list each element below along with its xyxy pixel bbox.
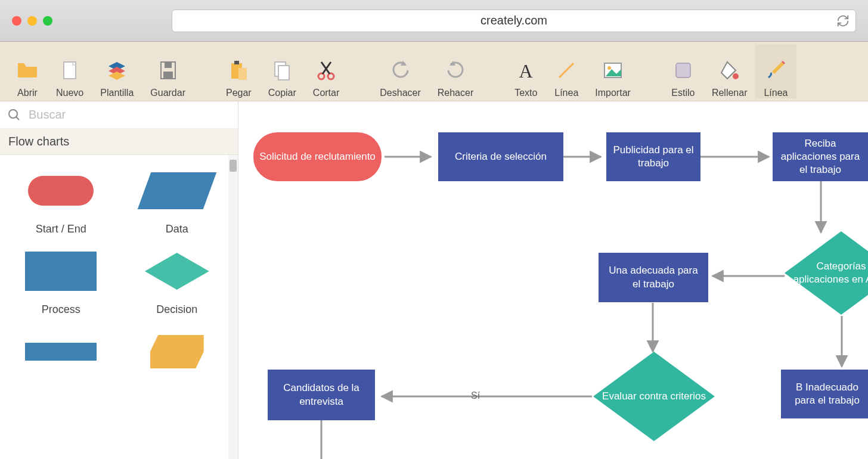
fill-icon (718, 55, 742, 85)
shape-label: Start / End (36, 223, 86, 235)
tool-label: Estilo (671, 88, 695, 98)
traffic-lights (12, 16, 52, 26)
tool-rehacer[interactable]: Rehacer (429, 45, 482, 98)
palette-shape-Decision[interactable]: Decision (122, 247, 232, 316)
tool-pegar[interactable]: Pegar (218, 45, 260, 98)
image-icon (601, 55, 625, 85)
tool-rellenar[interactable]: Rellenar (703, 45, 756, 98)
tool-estilo[interactable]: Estilo (663, 45, 703, 98)
reload-icon[interactable] (836, 14, 850, 27)
flow-node-n6[interactable]: Una adecuada para el trabajo (599, 253, 708, 302)
svg-rect-6 (238, 68, 247, 80)
search-icon (7, 108, 21, 122)
scroll-thumb[interactable] (230, 160, 237, 172)
close-window-icon[interactable] (12, 16, 21, 26)
flow-node-n2[interactable]: Criteria de selección (438, 132, 563, 181)
search-row (0, 101, 238, 129)
tool-cortar[interactable]: Cortar (305, 45, 348, 98)
tool-importar[interactable]: Importar (587, 45, 639, 98)
tool-label: Línea (554, 88, 578, 98)
svg-line-14 (559, 63, 574, 77)
copy-icon (270, 55, 294, 85)
tool-texto[interactable]: ATexto (506, 45, 546, 98)
sidebar: Flow charts Start / EndDataProcessDecisi… (0, 101, 238, 459)
flow-node-n1[interactable]: Solicitud de reclutamiento (253, 132, 382, 181)
svg-text:A: A (519, 60, 533, 82)
maximize-window-icon[interactable] (43, 16, 52, 26)
tool-nuevo[interactable]: Nuevo (48, 45, 92, 98)
tool-guardar[interactable]: Guardar (142, 45, 194, 98)
paste-icon (227, 55, 250, 85)
canvas[interactable]: Solicitud de reclutamientoCriteria de se… (238, 101, 868, 459)
tool-label: Rehacer (438, 88, 473, 98)
palette-shape-Data[interactable]: Data (122, 167, 232, 235)
svg-line-12 (321, 62, 330, 74)
tool-label: Abrir (17, 88, 38, 98)
stack-icon (105, 55, 129, 85)
tool-label: Cortar (313, 88, 339, 98)
tool-linea2[interactable]: Línea (755, 45, 796, 98)
svg-rect-17 (676, 63, 690, 77)
svg-point-9 (318, 73, 324, 79)
tool-label: Línea (764, 88, 788, 98)
svg-point-16 (607, 66, 611, 70)
svg-rect-5 (234, 61, 239, 64)
tool-label: Nuevo (56, 88, 83, 98)
palette-body: Start / EndDataProcessDecision (0, 155, 238, 459)
flow-node-n9[interactable]: B Inadecuado para el trabajo (781, 370, 868, 418)
flow-node-n3[interactable]: Publicidad para el trabajo (606, 132, 700, 181)
address-text: creately.com (480, 14, 547, 27)
flow-node-n8[interactable]: Candidatos de la entrevista (268, 370, 375, 420)
main-area: Flow charts Start / EndDataProcessDecisi… (0, 101, 868, 459)
cut-icon (314, 55, 338, 85)
shape-label: Process (42, 303, 80, 316)
tool-label: Importar (595, 88, 631, 98)
line-icon (554, 55, 578, 85)
address-bar[interactable]: creately.com (172, 10, 856, 32)
palette-shape-Process[interactable]: Process (6, 247, 116, 316)
style-icon (671, 55, 695, 85)
flow-node-n4[interactable]: Reciba aplicaciones para el trabajo (773, 132, 868, 181)
toolbar: AbrirNuevoPlantillaGuardarPegarCopiarCor… (0, 42, 868, 101)
flow-node-n7[interactable]: Evaluar contra criterios (593, 352, 715, 441)
folder-icon (16, 55, 39, 85)
file-icon (58, 55, 82, 85)
browser-chrome: creately.com (0, 0, 868, 42)
edge-label: Sí (471, 390, 480, 401)
svg-point-19 (9, 110, 17, 118)
svg-rect-8 (278, 66, 289, 80)
flow-node-n5[interactable]: Categorías aplicaciones en A y B (785, 231, 868, 315)
tool-label: Plantilla (100, 88, 134, 98)
tool-label: Pegar (226, 88, 252, 98)
svg-point-18 (733, 73, 739, 79)
svg-rect-2 (165, 62, 172, 68)
tool-label: Texto (514, 88, 537, 98)
palette-shape-4[interactable] (6, 328, 116, 376)
palette-shape-Start / End[interactable]: Start / End (6, 167, 116, 235)
shape-label: Data (166, 223, 188, 235)
undo-icon (389, 55, 413, 85)
tool-abrir[interactable]: Abrir (7, 45, 48, 98)
tool-label: Rellenar (712, 88, 748, 98)
tool-plantilla[interactable]: Plantilla (92, 45, 142, 98)
tool-label: Guardar (150, 88, 185, 98)
pencil-icon (764, 55, 788, 85)
palette-shape-5[interactable] (122, 328, 232, 376)
tool-copiar[interactable]: Copiar (260, 45, 305, 98)
search-input[interactable] (29, 108, 231, 122)
save-icon (156, 55, 180, 85)
svg-line-11 (323, 62, 331, 74)
tool-deshacer[interactable]: Deshacer (371, 45, 429, 98)
tool-linea[interactable]: Línea (546, 45, 587, 98)
svg-rect-3 (163, 72, 173, 79)
text-icon: A (514, 55, 538, 85)
shape-label: Decision (156, 303, 197, 316)
redo-icon (444, 55, 467, 85)
svg-point-10 (328, 73, 334, 79)
tool-label: Copiar (268, 88, 296, 98)
scroll-track[interactable] (228, 155, 238, 459)
svg-line-20 (16, 117, 19, 120)
tool-label: Deshacer (380, 88, 420, 98)
palette-header: Flow charts (0, 129, 238, 155)
minimize-window-icon[interactable] (27, 16, 37, 26)
